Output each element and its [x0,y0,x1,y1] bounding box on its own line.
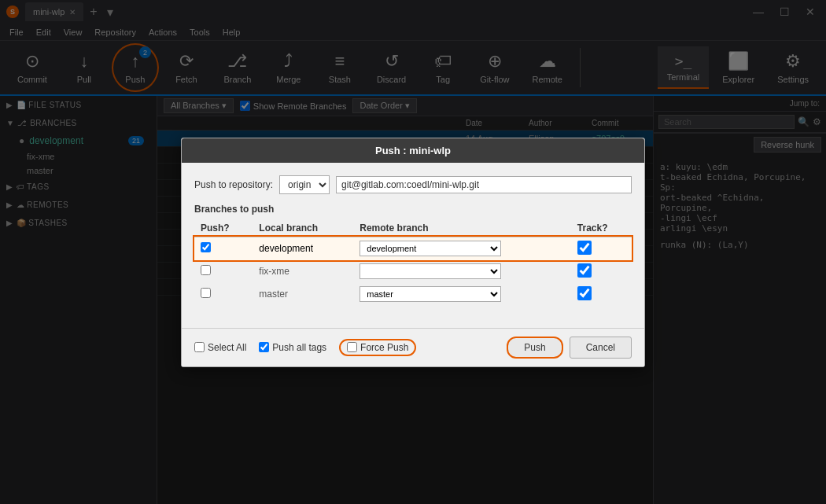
push-checkbox-cell [194,260,253,283]
track-cell [571,260,632,283]
modal-overlay: Push : mini-wlp Push to repository: orig… [0,0,826,504]
branches-push-label: Branches to push [194,204,632,215]
remote-branch-cell: development [353,237,571,260]
modal-footer-right: Push Cancel [507,337,632,359]
push-master-checkbox[interactable] [201,288,211,298]
push-all-tags-checkbox[interactable] [259,342,269,352]
push-confirm-button[interactable]: Push [507,337,562,359]
track-cell [571,283,632,306]
track-development-checkbox[interactable] [577,241,592,255]
push-modal: Push : mini-wlp Push to repository: orig… [181,138,645,367]
force-push-checkbox[interactable] [347,342,357,352]
force-push-label[interactable]: Force Push [339,339,416,356]
modal-body: Push to repository: origin Branches to p… [182,163,644,328]
branches-table: Push? Local branch Remote branch Track? … [194,219,632,306]
push-to-label: Push to repository: [194,179,273,190]
local-branch-cell: fix-xme [253,260,353,283]
modal-footer: Select All Push all tags Force Push Push… [182,328,644,366]
branches-section: Branches to push Push? Local branch Remo… [194,204,632,306]
remote-branch-cell: master [353,283,571,306]
cancel-button[interactable]: Cancel [570,337,632,359]
branch-row-master: master master [194,283,632,306]
push-repo-select[interactable]: origin [279,175,330,194]
col-local: Local branch [253,219,353,237]
push-development-checkbox[interactable] [201,242,211,252]
local-branch-cell: master [253,283,353,306]
modal-title: Push : mini-wlp [182,138,644,163]
col-remote: Remote branch [353,219,571,237]
push-fixme-checkbox[interactable] [201,265,211,275]
branch-row-fix-xme: fix-xme [194,260,632,283]
remote-branch-select-master[interactable]: master [360,286,501,302]
track-master-checkbox[interactable] [577,286,592,300]
push-all-tags-label[interactable]: Push all tags [259,342,326,353]
push-checkbox-cell [194,283,253,306]
modal-footer-left: Select All Push all tags Force Push [194,339,416,356]
branch-row-development: development development [194,237,632,260]
col-track: Track? [571,219,632,237]
repo-url-input[interactable] [336,176,632,193]
col-push: Push? [194,219,253,237]
remote-branch-select-development[interactable]: development [360,241,501,256]
select-all-checkbox[interactable] [194,342,205,352]
push-checkbox-cell [194,237,253,260]
select-all-label[interactable]: Select All [194,342,246,353]
local-branch-cell: development [253,237,353,260]
remote-branch-select-fixme[interactable] [360,263,501,279]
push-to-row: Push to repository: origin [194,175,632,194]
track-fixme-checkbox[interactable] [577,263,592,278]
remote-branch-cell [353,260,571,283]
track-cell [571,237,632,260]
